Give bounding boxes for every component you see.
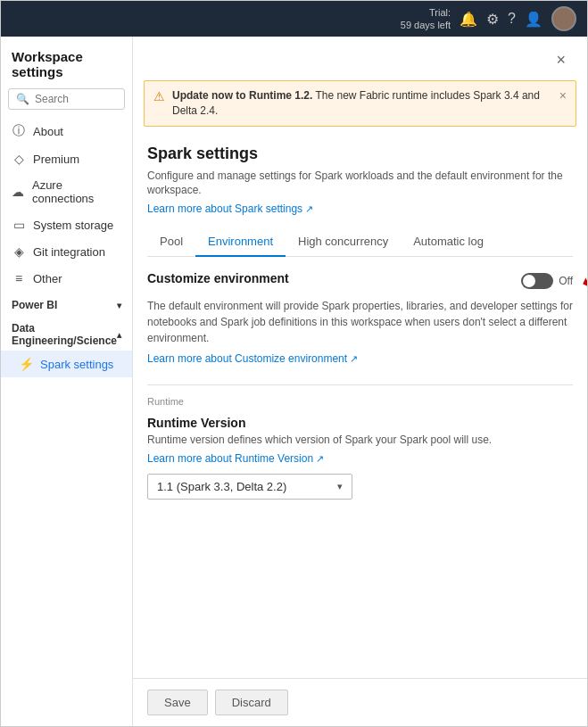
search-input[interactable] [35,93,117,105]
alert-banner: ⚠ Update now to Runtime 1.2. The new Fab… [144,80,576,127]
customize-toggle[interactable] [521,273,553,289]
page-description: Configure and manage settings for Spark … [147,169,573,199]
alert-close-button[interactable]: × [559,88,567,103]
footer: Save Discard [133,678,587,726]
close-button[interactable]: × [549,47,573,73]
warning-icon: ⚠ [153,89,165,103]
sidebar-item-spark[interactable]: ⚡ Spark settings [1,351,132,377]
toggle-area: Off ⬅ [521,273,573,289]
runtime-version-title: Runtime Version [147,416,573,430]
content-area: × ⚠ Update now to Runtime 1.2. The new F… [133,37,587,726]
bell-icon[interactable]: 🔔 [460,11,477,28]
chevron-up-icon: ▴ [117,330,121,340]
sidebar-nav: ⓘ About ◇ Premium ☁ Azure connections ▭ … [1,117,132,726]
chevron-down-icon: ▾ [117,301,121,310]
sidebar-item-about[interactable]: ⓘ About [1,117,132,145]
learn-more-customize-link[interactable]: Learn more about Customize environment ↗ [147,352,358,365]
nav-section-data-eng[interactable]: Data Engineering/Science ▴ [1,315,132,351]
content-header: × [133,37,587,73]
question-icon[interactable]: ? [508,11,516,27]
discard-button[interactable]: Discard [215,690,288,715]
info-icon: ⓘ [12,123,26,139]
customize-title: Customize environment [147,271,289,285]
search-icon: 🔍 [16,93,29,105]
tab-high-concurrency[interactable]: High concurrency [286,227,401,257]
spark-icon: ⚡ [19,357,33,371]
settings-icon[interactable]: ⚙ [486,11,499,28]
search-container[interactable]: 🔍 [8,88,125,110]
runtime-label: Runtime [147,396,573,407]
sidebar: Workspace settings 🔍 ⓘ About ◇ Premium ☁… [1,37,133,726]
workspace-settings-window: Trial: 59 days left 🔔 ⚙ ? 👤 Workspace se… [0,0,588,727]
account-icon[interactable]: 👤 [525,11,542,28]
dropdown-chevron-icon: ▾ [337,481,343,492]
nav-section-powerbi[interactable]: Power BI ▾ [1,292,132,315]
section-divider [147,384,573,385]
cursor-arrow-indicator: ⬅ [578,268,587,295]
sidebar-item-premium[interactable]: ◇ Premium [1,145,132,172]
tabs-bar: Pool Environment High concurrency Automa… [147,227,573,257]
environment-tab-content: Customize environment Off ⬅ The default … [147,271,573,500]
tab-pool[interactable]: Pool [147,227,195,257]
runtime-version-dropdown[interactable]: 1.1 (Spark 3.3, Delta 2.2) ▾ [147,474,352,500]
page-content: Spark settings Configure and manage sett… [133,134,587,678]
learn-more-runtime-link[interactable]: Learn more about Runtime Version ↗ [147,452,324,465]
git-icon: ◈ [12,244,26,259]
sidebar-item-git[interactable]: ◈ Git integration [1,238,132,265]
external-link-icon-2: ↗ [350,353,358,365]
topbar: Trial: 59 days left 🔔 ⚙ ? 👤 [1,1,587,37]
tab-automatic-log[interactable]: Automatic log [401,227,496,257]
trial-info: Trial: 59 days left [401,6,451,32]
sidebar-item-azure[interactable]: ☁ Azure connections [1,172,132,211]
customize-description: The default environment will provide Spa… [147,298,573,346]
storage-icon: ▭ [12,218,26,232]
tab-environment[interactable]: Environment [195,227,286,257]
diamond-icon: ◇ [12,152,26,166]
alert-text: Update now to Runtime 1.2. The new Fabri… [172,88,552,119]
external-link-icon-3: ↗ [316,453,324,465]
learn-more-spark-link[interactable]: Learn more about Spark settings ↗ [147,202,313,215]
external-link-icon: ↗ [305,203,313,215]
page-title: Spark settings [147,145,573,163]
main-area: Workspace settings 🔍 ⓘ About ◇ Premium ☁… [1,37,587,726]
runtime-version-description: Runtime version defines which version of… [147,434,573,446]
sidebar-title: Workspace settings [1,37,132,88]
save-button[interactable]: Save [147,690,208,715]
customize-header: Customize environment Off ⬅ [147,271,573,291]
topbar-icons: 🔔 ⚙ ? 👤 [460,6,576,31]
avatar[interactable] [551,6,576,31]
sidebar-item-other[interactable]: ≡ Other [1,265,132,292]
sidebar-item-storage[interactable]: ▭ System storage [1,211,132,238]
toggle-label: Off [559,275,573,287]
list-icon: ≡ [12,271,26,285]
cloud-icon: ☁ [12,185,25,199]
